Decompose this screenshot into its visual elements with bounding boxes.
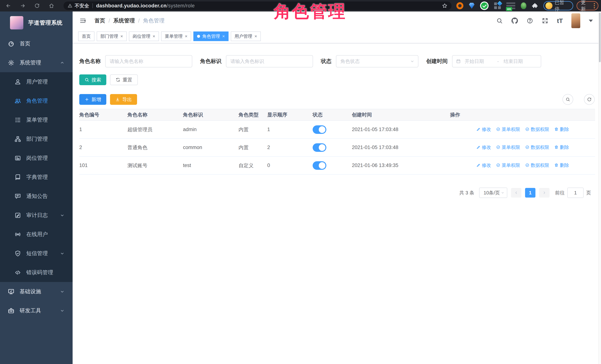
sidebar-item-errcode[interactable]: 错误码管理: [0, 263, 73, 282]
breadcrumb-item[interactable]: 首页: [94, 17, 105, 24]
prev-page-button[interactable]: [511, 188, 521, 197]
tab-user[interactable]: 用户管理 ×: [231, 31, 261, 41]
hamburger-icon[interactable]: [79, 17, 86, 24]
tab-role[interactable]: 角色管理 ×: [193, 31, 229, 41]
profile-paused-pill[interactable]: 已暂停: [543, 1, 573, 10]
sidebar-item-online[interactable]: 在线用户: [0, 225, 73, 244]
home-icon[interactable]: [47, 1, 56, 10]
delete-action-link[interactable]: 删除: [554, 144, 569, 150]
extension-check-icon[interactable]: [480, 1, 489, 10]
table-row: 1超级管理员admin内置12021-01-05 17:03:48修改菜单权限数…: [79, 120, 595, 138]
url-bar[interactable]: 不安全 dashboard.yudao.iocoder.cn/system/ro…: [63, 1, 451, 10]
tab-menu[interactable]: 菜单管理 ×: [161, 31, 191, 41]
sidebar-item-user[interactable]: 用户管理: [0, 72, 73, 91]
delete-action-link[interactable]: 删除: [554, 162, 569, 168]
scrollbar-thumb[interactable]: [599, 13, 601, 62]
extensions-puzzle-icon[interactable]: [532, 3, 538, 9]
extension-gem-icon[interactable]: [469, 3, 474, 9]
tree-icon: [14, 117, 21, 123]
avatar-caret-down-icon[interactable]: [589, 20, 593, 22]
bookmark-star-icon[interactable]: [442, 3, 448, 9]
sidebar-item-audit[interactable]: 审计日志: [0, 206, 73, 225]
help-icon[interactable]: [527, 17, 533, 24]
sidebar-item-infra[interactable]: 基础设施: [0, 282, 73, 301]
status-toggle[interactable]: [313, 125, 326, 134]
data-perm-action-link[interactable]: 数据权限: [525, 162, 549, 168]
refresh-table-button[interactable]: [584, 94, 595, 105]
sidebar-item-role[interactable]: 角色管理: [0, 91, 73, 110]
fullscreen-icon[interactable]: [542, 17, 548, 24]
status-select-placeholder: 角色状态: [341, 58, 410, 65]
edit-action-link[interactable]: 修改: [476, 126, 491, 132]
goto-page-input[interactable]: [567, 187, 584, 198]
status-toggle[interactable]: [313, 161, 326, 170]
page-size-select[interactable]: 10条/页: [479, 187, 507, 198]
reset-button[interactable]: 重置: [110, 74, 138, 85]
app-logo[interactable]: 芋道管理系统: [0, 11, 73, 34]
extension-ring-icon[interactable]: [456, 2, 463, 9]
browser-update-button[interactable]: 更新: [577, 1, 598, 10]
sidebar-item-label: 部门管理: [26, 135, 48, 143]
main-area: 首页/系统管理/角色管理 tT 首页: [73, 11, 601, 364]
delete-action-link[interactable]: 删除: [554, 126, 569, 132]
sidebar-item-system[interactable]: 系统管理: [0, 53, 73, 72]
sidebar-item-dict[interactable]: 字典管理: [0, 167, 73, 187]
not-secure-warning-icon[interactable]: [68, 3, 72, 8]
current-page-button[interactable]: 1: [525, 188, 535, 197]
top-navbar: 首页/系统管理/角色管理 tT: [73, 11, 601, 30]
data-perm-action-link[interactable]: 数据权限: [525, 126, 549, 132]
data-perm-action-link[interactable]: 数据权限: [525, 144, 549, 150]
extension-plant-icon[interactable]: [521, 2, 526, 9]
sidebar-item-dept[interactable]: 部门管理: [0, 129, 73, 148]
tab-dept[interactable]: 部门管理 ×: [97, 31, 127, 41]
sidebar-item-sms[interactable]: 短信管理: [0, 244, 73, 263]
next-page-button[interactable]: [539, 188, 550, 197]
close-icon[interactable]: ×: [185, 34, 187, 39]
status-select[interactable]: 角色状态: [336, 55, 418, 67]
table-cell-actions: 修改菜单权限数据权限删除: [450, 120, 595, 138]
sidebar-item-devtools[interactable]: 研发工具: [0, 301, 73, 320]
tab-home[interactable]: 首页: [78, 31, 94, 41]
status-toggle[interactable]: [313, 143, 326, 152]
tab-post[interactable]: 岗位管理 ×: [129, 31, 159, 41]
extension-bars-icon[interactable]: on: [506, 2, 515, 10]
column-header: 角色标识: [183, 109, 239, 120]
user-avatar[interactable]: [571, 13, 580, 28]
table-cell: 2: [267, 138, 313, 157]
edit-action-link[interactable]: 修改: [476, 144, 491, 150]
sidebar-item-home[interactable]: 首页: [0, 34, 73, 53]
reload-icon[interactable]: [33, 1, 41, 10]
page-scrollbar[interactable]: [598, 11, 601, 364]
menu-perm-action-link[interactable]: 菜单权限: [496, 144, 520, 150]
export-button[interactable]: 导出: [110, 94, 137, 105]
kebab-menu-icon[interactable]: [593, 2, 596, 9]
start-date-placeholder: 开始日期: [465, 58, 492, 65]
breadcrumb-item[interactable]: 系统管理: [113, 17, 135, 24]
menu-perm-action-link[interactable]: 菜单权限: [496, 162, 520, 168]
menu-perm-action-link[interactable]: 菜单权限: [496, 126, 520, 132]
page-unit-label: 页: [586, 190, 591, 196]
toggle-search-panel-button[interactable]: [562, 94, 573, 105]
edit-action-link[interactable]: 修改: [476, 162, 491, 168]
add-button[interactable]: 新增: [79, 94, 106, 105]
extension-grid-icon[interactable]: [494, 2, 501, 9]
user-icon: [14, 79, 21, 85]
search-button[interactable]: 搜索: [79, 74, 106, 85]
sidebar-item-post[interactable]: 岗位管理: [0, 148, 73, 167]
close-icon[interactable]: ×: [222, 34, 225, 39]
sidebar-item-label: 字典管理: [26, 174, 48, 181]
search-icon[interactable]: [496, 17, 503, 24]
forward-icon[interactable]: [19, 1, 27, 10]
sidebar-item-notice[interactable]: 通知公告: [0, 187, 73, 206]
close-icon[interactable]: ×: [254, 34, 257, 39]
font-size-icon[interactable]: tT: [557, 18, 563, 24]
role-name-input[interactable]: [105, 55, 192, 67]
close-icon[interactable]: ×: [153, 34, 155, 39]
date-range-picker[interactable]: 开始日期 - 结束日期: [452, 55, 541, 67]
sidebar-item-menu[interactable]: 菜单管理: [0, 110, 73, 129]
role-name-label: 角色名称: [79, 58, 101, 65]
back-icon[interactable]: [4, 1, 13, 10]
role-code-input[interactable]: [226, 55, 313, 67]
github-icon[interactable]: [511, 17, 518, 24]
close-icon[interactable]: ×: [120, 34, 123, 39]
